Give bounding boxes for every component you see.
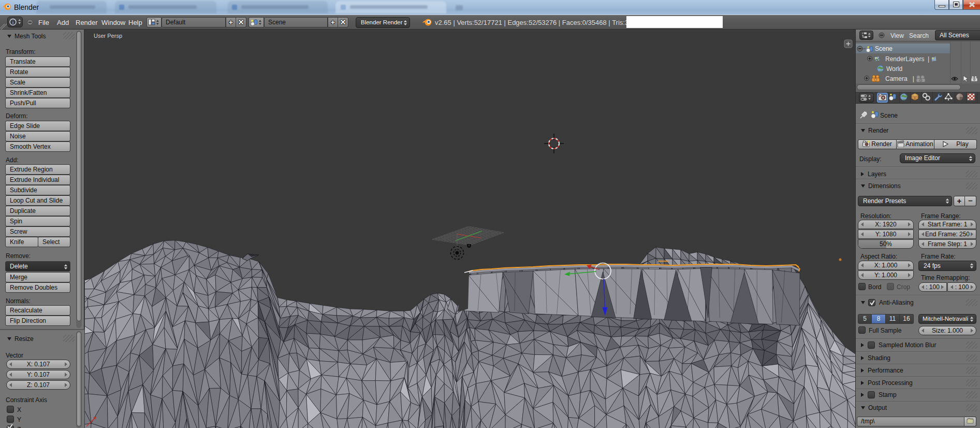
svg-text:i: i <box>12 20 14 25</box>
